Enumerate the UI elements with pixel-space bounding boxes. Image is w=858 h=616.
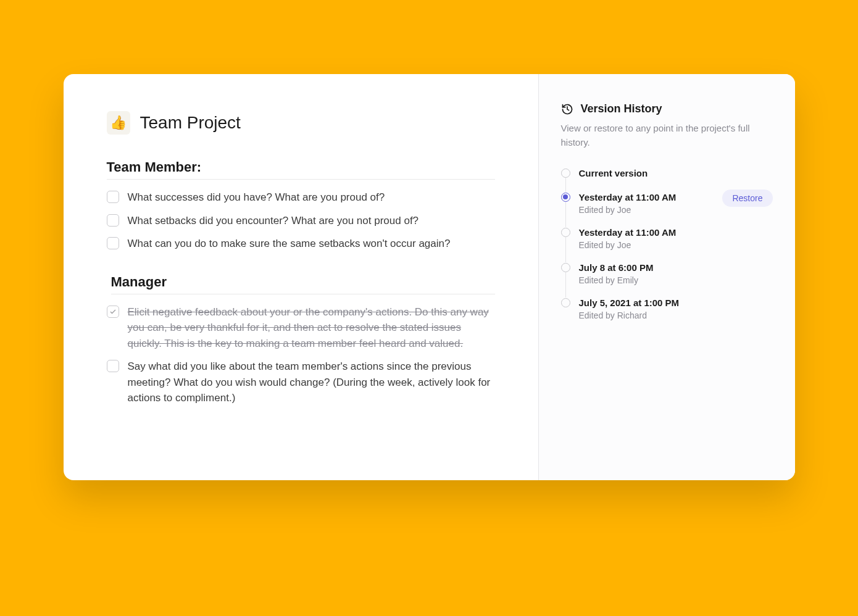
task-checkbox[interactable] <box>107 360 119 372</box>
version-text: July 5, 2021 at 1:00 PMEdited by Richard <box>579 296 773 320</box>
task-item: Elicit negative feedback about your or t… <box>107 304 495 352</box>
page-title[interactable]: Team Project <box>140 113 241 133</box>
sidebar-subtitle: View or restore to any point in the proj… <box>561 122 773 149</box>
task-checkbox[interactable] <box>107 214 119 227</box>
version-text: July 8 at 6:00 PMEdited by Emily <box>579 261 773 285</box>
version-meta: Edited by Joe <box>579 205 723 215</box>
section-heading[interactable]: Manager <box>111 274 495 294</box>
task-item: What can you do to make sure the same se… <box>107 236 495 252</box>
version-radio[interactable] <box>561 193 570 202</box>
version-content: Yesterday at 11:00 AMEdited by Joe <box>579 226 773 250</box>
version-label: Yesterday at 11:00 AM <box>579 226 773 239</box>
version-label: Yesterday at 11:00 AM <box>579 191 723 204</box>
version-content: July 5, 2021 at 1:00 PMEdited by Richard <box>579 296 773 320</box>
version-text: Current version <box>579 167 773 180</box>
version-item[interactable]: July 5, 2021 at 1:00 PMEdited by Richard <box>561 296 773 320</box>
version-text: Yesterday at 11:00 AMEdited by Joe <box>579 226 773 250</box>
task-text[interactable]: Elicit negative feedback about your or t… <box>128 304 495 352</box>
version-content: July 8 at 6:00 PMEdited by Emily <box>579 261 773 285</box>
task-item: What successes did you have? What are yo… <box>107 189 495 206</box>
app-window: 👍 Team Project Team Member:What successe… <box>64 74 795 480</box>
task-checkbox[interactable] <box>107 306 119 318</box>
version-item[interactable]: July 8 at 6:00 PMEdited by Emily <box>561 261 773 296</box>
task-list: What successes did you have? What are yo… <box>107 189 495 252</box>
document-main: 👍 Team Project Team Member:What successe… <box>64 74 539 480</box>
page-emoji-icon[interactable]: 👍 <box>107 111 130 135</box>
task-list: Elicit negative feedback about your or t… <box>107 304 495 406</box>
version-meta: Edited by Joe <box>579 240 773 250</box>
version-content: Yesterday at 11:00 AMEdited by JoeRestor… <box>579 191 773 215</box>
task-item: What setbacks did you encounter? What ar… <box>107 213 495 229</box>
version-item[interactable]: Yesterday at 11:00 AMEdited by JoeRestor… <box>561 191 773 226</box>
restore-button[interactable]: Restore <box>722 189 772 207</box>
section-heading[interactable]: Team Member: <box>107 159 495 180</box>
task-text[interactable]: Say what did you like about the team mem… <box>128 359 495 406</box>
version-item[interactable]: Current version <box>561 167 773 191</box>
sidebar-title: Version History <box>581 102 662 115</box>
sidebar-header: Version History <box>561 102 773 115</box>
version-history-sidebar: Version History View or restore to any p… <box>539 74 795 480</box>
version-meta: Edited by Richard <box>579 310 773 320</box>
version-item[interactable]: Yesterday at 11:00 AMEdited by Joe <box>561 226 773 261</box>
page-title-row: 👍 Team Project <box>107 111 495 135</box>
task-text[interactable]: What setbacks did you encounter? What ar… <box>128 213 419 229</box>
version-radio[interactable] <box>561 263 570 272</box>
task-text[interactable]: What can you do to make sure the same se… <box>128 236 451 252</box>
version-radio[interactable] <box>561 228 570 237</box>
version-label: Current version <box>579 167 773 180</box>
version-label: July 5, 2021 at 1:00 PM <box>579 296 773 309</box>
task-item: Say what did you like about the team mem… <box>107 359 495 406</box>
version-meta: Edited by Emily <box>579 275 773 285</box>
version-text: Yesterday at 11:00 AMEdited by Joe <box>579 191 723 215</box>
version-radio[interactable] <box>561 169 570 178</box>
version-content: Current version <box>579 167 773 180</box>
task-checkbox[interactable] <box>107 237 119 249</box>
history-icon <box>561 103 573 115</box>
version-label: July 8 at 6:00 PM <box>579 261 773 274</box>
task-checkbox[interactable] <box>107 191 119 203</box>
version-radio[interactable] <box>561 298 570 307</box>
version-list: Current versionYesterday at 11:00 AMEdit… <box>561 167 773 320</box>
task-text[interactable]: What successes did you have? What are yo… <box>128 189 385 206</box>
